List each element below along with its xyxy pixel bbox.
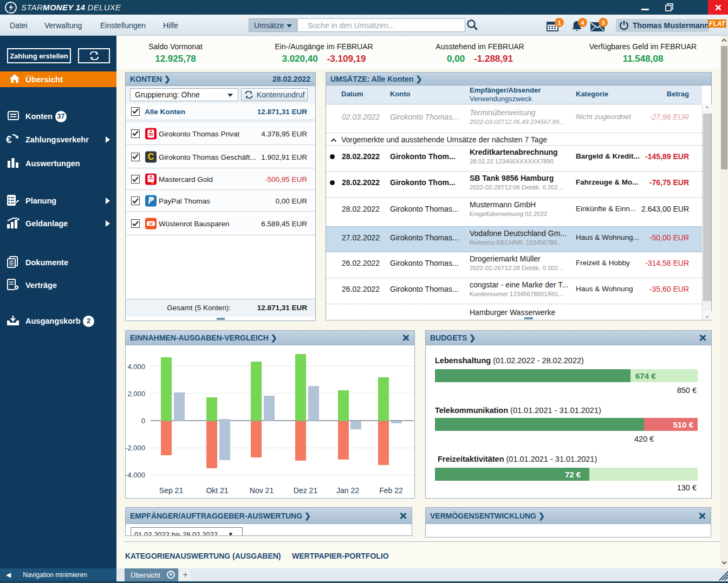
svg-text:€: € [6,134,12,145]
